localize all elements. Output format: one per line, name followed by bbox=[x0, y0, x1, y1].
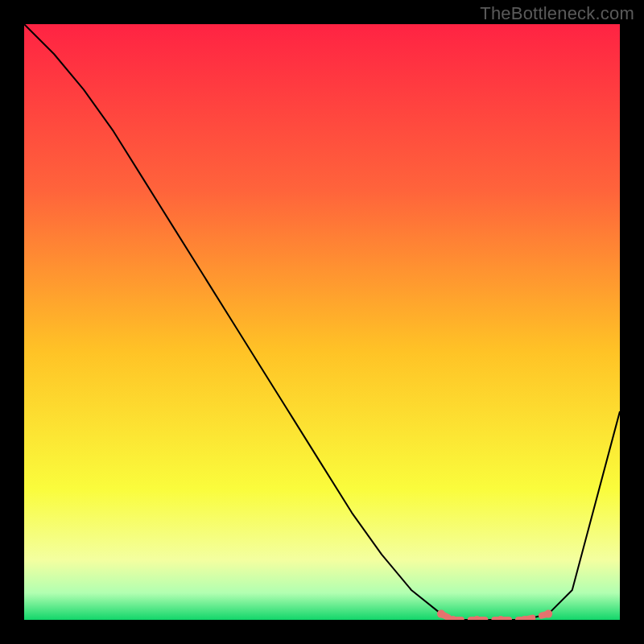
watermark-text: TheBottleneck.com bbox=[480, 3, 634, 24]
svg-point-5 bbox=[437, 610, 445, 618]
chart-frame: TheBottleneck.com bbox=[0, 0, 644, 644]
svg-point-10 bbox=[544, 610, 552, 618]
heat-background bbox=[24, 24, 620, 620]
bottleneck-chart bbox=[24, 24, 620, 620]
